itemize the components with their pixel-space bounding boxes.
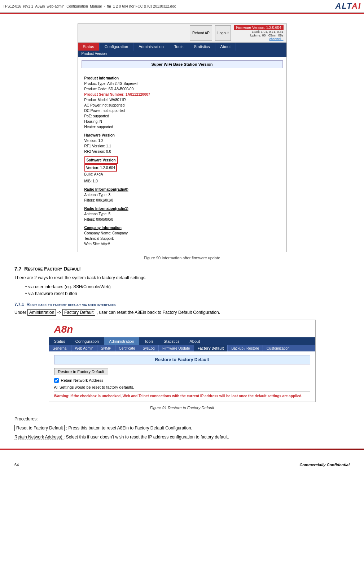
sub-syslog[interactable]: SysLog bbox=[139, 345, 159, 351]
product-version-tab: Product Version bbox=[78, 51, 286, 57]
software-version-header: Software Version bbox=[87, 158, 116, 162]
restore-title: Restore to Factory Default bbox=[54, 355, 310, 364]
all-settings-text: All Settings would be reset to factory d… bbox=[54, 385, 310, 389]
nav-item-administration[interactable]: Administration bbox=[133, 43, 169, 51]
bullet-1: via user interfaces (eg. SSH/Console/Web… bbox=[25, 284, 350, 290]
hardware-version-header: Hardware Version bbox=[84, 133, 280, 138]
sub-backup-restore[interactable]: Backup / Restore bbox=[228, 345, 263, 351]
main-content: Reboot AP Logout Firmware Version: 1.2.0… bbox=[0, 14, 364, 449]
reset-factory-default-ref[interactable]: Reset to Factory Default bbox=[14, 425, 65, 431]
load-info: Load: 1.01, 0.71, 0.31 Uptime: 00h 05min… bbox=[250, 30, 284, 41]
administration-link[interactable]: Aministration bbox=[27, 309, 56, 316]
sub-firmware-update[interactable]: Firmware Update bbox=[159, 345, 194, 351]
nav-item-statistics[interactable]: Statistics bbox=[189, 43, 215, 51]
figure90-inner: Super WiFi Base Station Version Product … bbox=[78, 57, 286, 252]
sub-snmp[interactable]: SNMP bbox=[97, 345, 115, 351]
doc-title: TPS12-016_rev1 1_A8Ein_web-admin_Configu… bbox=[3, 4, 176, 8]
factory-default-link[interactable]: Factory Default bbox=[62, 309, 95, 316]
figure90-title-bar: Super WiFi Base Station Version bbox=[82, 60, 283, 68]
section771-desc: Under Aministration -> Factory Default ,… bbox=[14, 309, 350, 316]
screenshot-topbar: Reboot AP Logout Firmware Version: 1.2.0… bbox=[78, 24, 286, 43]
retain-desc: : Select this if user doesn’t wish to re… bbox=[63, 434, 229, 440]
reset-desc: : Press this button to reset A8Ein to Fa… bbox=[66, 425, 192, 431]
radio1-header: Radio Information(radio1) bbox=[84, 206, 280, 211]
product-info: Product Information Product Type: A8n 2.… bbox=[82, 71, 283, 248]
retain-label: Retain Network Address bbox=[61, 378, 104, 382]
procedures-section: Procedures: Reset to Factory Default : P… bbox=[14, 416, 350, 441]
warning-text: Warning: If the checkbox is unchecked, W… bbox=[54, 392, 310, 398]
section77-heading: 7.7 Restore Factory Default bbox=[14, 266, 350, 272]
page-number: 64 bbox=[14, 463, 19, 467]
fig91-nav-administration[interactable]: Administration bbox=[104, 337, 139, 345]
nav-item-status[interactable]: Status bbox=[78, 43, 100, 51]
figure91-sub-nav: Genernal Web Admin SNMP Certificate SysL… bbox=[49, 345, 315, 351]
sub-customization[interactable]: Customization bbox=[263, 345, 293, 351]
fig91-nav-status[interactable]: Status bbox=[49, 337, 70, 345]
nav-item-tools[interactable]: Tools bbox=[169, 43, 189, 51]
software-version-value: Version: 1.2.0.604 bbox=[84, 164, 117, 172]
sub-genernal[interactable]: Genernal bbox=[49, 345, 71, 351]
company-info-header: Company Information bbox=[84, 225, 280, 230]
figure90-caption: Figure 90 Information after firmware upd… bbox=[14, 256, 350, 260]
main-nav: Status Configuration Administration Tool… bbox=[78, 43, 286, 51]
altai-logo: ALTAI bbox=[336, 1, 361, 11]
retain-procedure: Retain Network Address) : Select this if… bbox=[14, 434, 350, 441]
procedures-label: Procedures: bbox=[14, 416, 350, 423]
fig91-nav-configuration[interactable]: Configuration bbox=[70, 337, 104, 345]
sub-factory-default[interactable]: Factory Default bbox=[194, 345, 228, 351]
figure91-main-nav: Status Configuration Administration Tool… bbox=[49, 337, 315, 345]
logout-button[interactable]: Logout bbox=[215, 25, 231, 41]
footer: 64 Commercially Confidential bbox=[0, 461, 364, 469]
reset-procedure: Reset to Factory Default : Press this bu… bbox=[14, 425, 350, 432]
sub-web-admin[interactable]: Web Admin bbox=[71, 345, 97, 351]
a8n-logo: A8n bbox=[49, 320, 315, 337]
radio0-header: Radio Information(radio0) bbox=[84, 187, 280, 192]
retain-checkbox[interactable] bbox=[54, 378, 59, 383]
figure91-caption: Figure 91 Restore to Factory Default bbox=[14, 406, 350, 410]
figure91-inner: Restore to Factory Default Restore to Fa… bbox=[49, 351, 315, 402]
product-info-header: Product Information bbox=[84, 75, 280, 81]
fig91-nav-statistics[interactable]: Statistics bbox=[159, 337, 185, 345]
retain-network-address-ref: Retain Network Address) bbox=[14, 434, 63, 440]
figure90-screenshot: Reboot AP Logout Firmware Version: 1.2.0… bbox=[78, 23, 287, 252]
section771-heading: 7.7.1 Reset back to factory default via … bbox=[14, 302, 350, 307]
fig91-nav-tools[interactable]: Tools bbox=[139, 337, 159, 345]
reboot-button[interactable]: Reboot AP bbox=[190, 25, 212, 41]
section77-bullets: via user interfaces (eg. SSH/Console/Web… bbox=[25, 284, 350, 297]
confidential-label: Commercially Confidential bbox=[299, 463, 350, 467]
figure91-screenshot: A8n Status Configuration Administration … bbox=[49, 320, 316, 402]
sub-certificate[interactable]: Certificate bbox=[115, 345, 139, 351]
mib-info: MIB: 1.0 bbox=[84, 178, 280, 184]
section77-intro: There are 2 ways to reset the system bac… bbox=[14, 274, 350, 281]
firmware-version-badge: Firmware Version: 1.2.0.604 bbox=[234, 25, 283, 30]
footer-line bbox=[0, 449, 364, 450]
bullet-2: via hardware reset button bbox=[25, 290, 350, 297]
nav-item-about[interactable]: About bbox=[215, 43, 236, 51]
restore-factory-default-button[interactable]: Restore to Factory Default bbox=[54, 368, 108, 375]
nav-item-configuration[interactable]: Configuration bbox=[100, 43, 133, 51]
doc-header: TPS12-016_rev1 1_A8Ein_web-admin_Configu… bbox=[0, 0, 364, 13]
retain-checkbox-row: Retain Network Address bbox=[54, 378, 310, 383]
fig91-nav-about[interactable]: About bbox=[185, 337, 205, 345]
